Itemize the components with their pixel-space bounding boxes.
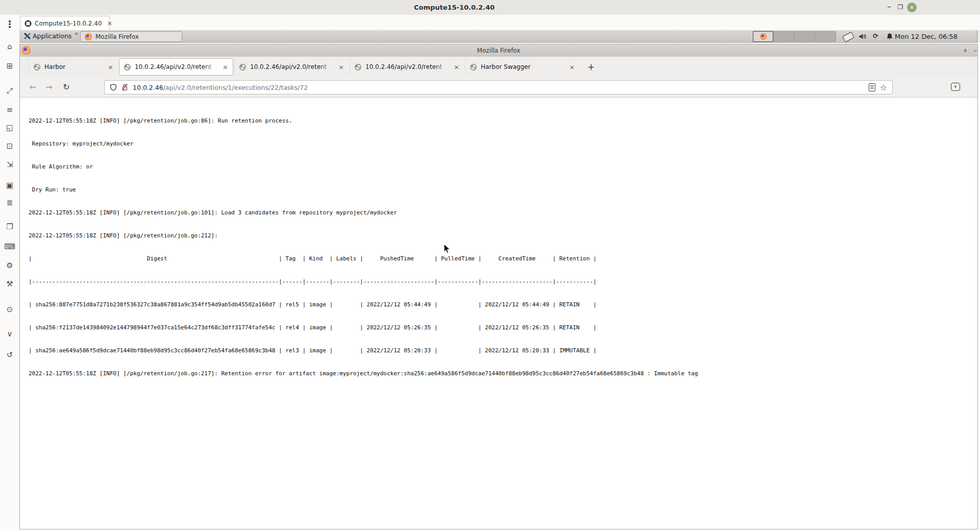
tab-label: 10.0.2.46/api/v2.0/retent <box>250 63 334 70</box>
remote-connection-icon <box>24 20 32 27</box>
toolbar-icon[interactable]: ≡ <box>0 104 19 115</box>
minimize-window-icon[interactable]: – <box>970 44 980 57</box>
tab-close-icon[interactable]: × <box>338 63 344 71</box>
applications-menu-indicator-icon: ≡ <box>75 31 79 36</box>
kebab-menu-icon[interactable]: ⋮ <box>0 17 19 31</box>
harbor-favicon <box>239 64 246 70</box>
log-table-row: | sha256:ae649a586f5d9dcae71440bf88eb98d… <box>29 347 698 354</box>
tab-harbor[interactable]: Harbor × <box>29 58 118 76</box>
tab-label: 10.0.2.46/api/v2.0/retent <box>365 63 450 70</box>
applications-menu[interactable]: Applications <box>33 32 71 40</box>
firefox-task-label: Mozilla Firefox <box>95 33 139 40</box>
tab-retention-2[interactable]: 10.0.2.46/api/v2.0/retent × <box>234 58 349 76</box>
url-host: 10.0.2.46 <box>133 84 163 91</box>
updates-tray-icon[interactable]: ⟳ <box>873 32 878 40</box>
tab-harbor-swagger[interactable]: Harbor Swagger × <box>465 58 579 76</box>
log-table-header: | Digest | Tag | Kind | Labels | PushedT… <box>29 255 698 262</box>
tab-pages-icon[interactable]: ≣ <box>0 197 19 208</box>
tab-label: Harbor <box>44 63 104 70</box>
remote-app-title: Compute15-10.0.2.40 <box>0 0 909 15</box>
shade-window-icon[interactable]: ∧ <box>960 44 970 57</box>
workspace-4[interactable] <box>815 31 836 42</box>
firefox-tabbar: Harbor × 10.0.2.46/api/v2.0/retent × 10.… <box>20 57 977 77</box>
insecure-lock-icon[interactable] <box>121 83 128 91</box>
collapse-toolbar-icon[interactable]: ∨ <box>0 328 19 340</box>
restore-button[interactable]: ❐ <box>895 1 906 14</box>
home-icon[interactable]: ⌂ <box>0 41 19 52</box>
remote-tab-close-icon[interactable]: × <box>107 19 113 27</box>
forward-button[interactable]: → <box>42 77 56 97</box>
log-line: Repository: myproject/mydocker <box>29 140 698 148</box>
multi-monitor-icon[interactable]: ▣ <box>0 180 19 191</box>
log-line: 2022-12-12T05:55:18Z [INFO] [/pkg/retent… <box>29 370 698 377</box>
tab-retention-task-active[interactable]: 10.0.2.46/api/v2.0/retent × <box>119 58 233 76</box>
tab-close-icon[interactable]: × <box>108 63 113 71</box>
mouse-cursor <box>444 244 451 256</box>
shield-icon[interactable] <box>110 83 117 91</box>
log-line: 2022-12-12T05:55:18Z [INFO] [/pkg/retent… <box>29 209 698 216</box>
harbor-favicon <box>34 64 40 70</box>
clock[interactable]: Mon 12 Dec, 06:58 <box>895 30 975 43</box>
harbor-favicon <box>124 64 131 70</box>
firefox-icon <box>760 33 767 40</box>
reader-mode-icon[interactable] <box>869 83 875 91</box>
preferences-icon[interactable]: ⚙ <box>0 260 19 271</box>
windowed-mode-icon[interactable]: ❐ <box>0 221 19 232</box>
new-tab-button[interactable]: + <box>584 60 598 74</box>
retention-log: 2022-12-12T05:55:18Z [INFO] [/pkg/retent… <box>29 102 698 393</box>
applications-icon <box>23 32 31 42</box>
tab-label: Harbor Swagger <box>481 63 565 70</box>
bookmark-star-icon[interactable]: ☆ <box>880 83 887 92</box>
notifications-tray-icon[interactable] <box>886 33 893 42</box>
minimize-button[interactable]: – <box>884 1 895 14</box>
fullscreen-icon[interactable]: ⤢ <box>0 85 19 96</box>
pocket-icon[interactable]: ∨ <box>951 83 960 91</box>
tab-label: 10.0.2.46/api/v2.0/retent <box>135 63 218 70</box>
new-connection-icon[interactable]: ⊞ <box>0 60 19 71</box>
screenshot-icon[interactable]: ⊙ <box>0 304 19 315</box>
log-table-row: | sha256:f2137de143984092e144798944f7e03… <box>29 324 698 331</box>
disconnect-icon[interactable]: ↺ <box>0 349 19 360</box>
scaled-mode-icon[interactable]: ◱ <box>0 122 19 133</box>
harbor-favicon <box>470 64 477 70</box>
keyboard-icon[interactable]: ⌨ <box>0 241 19 252</box>
grab-input-icon[interactable]: ⊡ <box>0 140 19 152</box>
harbor-favicon <box>355 64 361 70</box>
url-path: /api/v2.0/retentions/1/executions/22/tas… <box>163 84 308 91</box>
close-button[interactable]: ✕ <box>907 3 917 12</box>
panel-edge <box>977 30 980 43</box>
remote-connection-tab[interactable]: Compute15-10.0.2.40 × <box>20 16 110 30</box>
tab-close-icon[interactable]: × <box>454 63 459 71</box>
url-text[interactable]: 10.0.2.46/api/v2.0/retentions/1/executio… <box>133 84 864 91</box>
log-line: Rule Algorithm: or <box>29 163 698 171</box>
tab-close-icon[interactable]: × <box>223 63 228 71</box>
page-content: 2022-12-12T05:55:18Z [INFO] [/pkg/retent… <box>20 98 977 529</box>
tab-close-icon[interactable]: × <box>569 63 575 71</box>
log-line: 2022-12-12T05:55:18Z [INFO] [/pkg/retent… <box>29 117 698 125</box>
back-button[interactable]: ← <box>26 77 39 97</box>
remote-app-tabstrip <box>0 15 980 31</box>
firefox-task-button[interactable]: Mozilla Firefox <box>80 31 182 42</box>
screen: { "remote_app": { "window_title": "Compu… <box>0 0 980 531</box>
firefox-navbar: ← → ↻ 10.0.2.46/api/v2.0/retentions/1/ex… <box>20 77 977 98</box>
remote-connection-tab-label: Compute15-10.0.2.40 <box>35 20 102 27</box>
firefox-icon <box>85 33 92 40</box>
dynamic-resolution-icon[interactable]: ⇲ <box>0 159 19 170</box>
firefox-window-title: Mozilla Firefox <box>20 44 977 57</box>
volume-tray-icon[interactable] <box>859 33 867 42</box>
log-line: Dry Run: true <box>29 186 698 194</box>
urlbar[interactable]: 10.0.2.46/api/v2.0/retentions/1/executio… <box>104 80 893 94</box>
reload-button[interactable]: ↻ <box>60 77 73 97</box>
log-line: 2022-12-12T05:55:18Z [INFO] [/pkg/retent… <box>29 232 698 239</box>
workspace-3[interactable] <box>794 31 815 42</box>
tab-retention-3[interactable]: 10.0.2.46/api/v2.0/retent × <box>350 58 464 76</box>
log-table-row: | sha256:887e7751d8a7271b238f536327c38a8… <box>29 301 698 308</box>
tools-icon[interactable]: ⚒ <box>0 278 19 289</box>
workspace-1[interactable] <box>753 31 773 42</box>
log-table-separator: |---------------------------------------… <box>29 278 698 285</box>
firefox-window: Mozilla Firefox ∧ – Harbor × 10.0.2.46/a… <box>19 44 978 529</box>
workspace-2[interactable] <box>773 31 794 42</box>
